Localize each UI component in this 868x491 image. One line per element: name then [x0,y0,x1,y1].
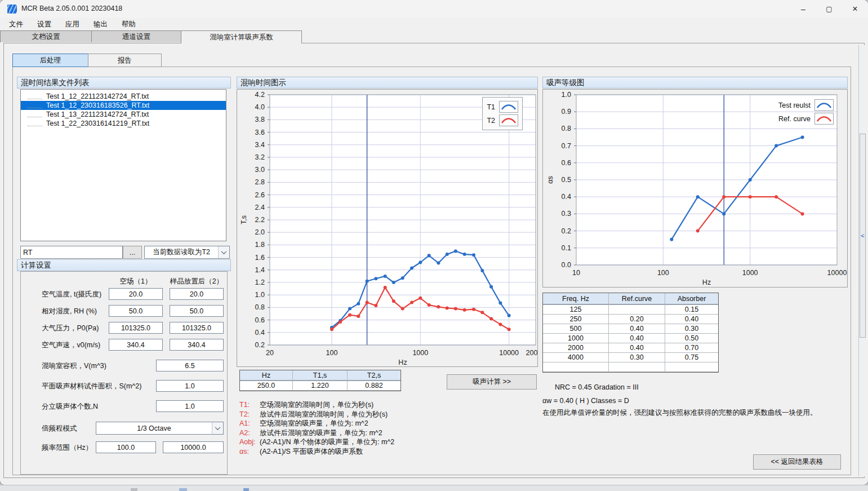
app-icon [7,5,17,14]
collapse-left-icon: < [861,232,864,239]
data-mode-dropdown[interactable]: 当前数据读取为T2 [144,246,230,259]
svg-text:2.2: 2.2 [255,216,265,224]
window-title: MCR Beta 2.05.0.001 20230418 [21,5,122,12]
absorber-col-abs: Absorber [665,293,718,305]
chevron-down-icon[interactable] [212,422,223,434]
grade-chart-box: 0.00.10.20.30.40.50.60.70.80.91.01010010… [542,89,848,287]
cell-abs: 0.50 [665,334,718,343]
absorber-col-ref: Ref.curve [609,293,665,305]
cell-freq: 500 [543,324,609,334]
humidity-field-1[interactable] [109,305,163,317]
rt-chart[interactable]: 0.20.40.60.81.01.21.41.61.82.02.22.42.62… [237,90,537,366]
subtab-report[interactable]: 报告 [88,54,162,67]
sound-speed-field-1[interactable] [109,339,163,351]
alphaw-result: αw = 0.40 ( H ) Classes = D [542,397,629,405]
tree-branch-icon [28,103,42,108]
svg-text:3.8: 3.8 [255,116,265,123]
calc-settings-header: 计算设置 [17,259,231,271]
svg-text:1000: 1000 [742,269,758,277]
svg-text:0.1: 0.1 [562,244,571,252]
ann-text-t2: 放试件后混响室的混响时间，单位为秒(s) [260,410,388,419]
octave-mode-dropdown[interactable]: 1/3 Octave [96,422,224,435]
cursor-col-hz: Hz [240,370,293,381]
sample-area-field[interactable] [156,380,224,392]
title-bar: MCR Beta 2.05.0.001 20230418 – ▢ × [0,0,868,18]
svg-text:0.9: 0.9 [562,108,571,116]
cursor-col-t2: T2,s [348,370,400,381]
menu-file[interactable]: 文件 [7,19,25,30]
air-temp-field-1[interactable] [109,288,163,300]
pressure-field-2[interactable] [170,322,224,334]
freq-max-field[interactable] [163,441,224,453]
svg-text:T,s: T,s [240,215,248,224]
absorption-calc-button[interactable]: 吸声计算 >> [447,374,537,390]
close-button[interactable]: × [842,0,868,18]
menu-output[interactable]: 输出 [91,19,110,30]
single-value-note: 在使用此单值评价量的时候，强烈建议与按照标准获得的完整的吸声系数曲线一块使用。 [542,408,817,418]
svg-text:0.8: 0.8 [255,303,265,311]
subtab-postprocess[interactable]: 后处理 [12,54,88,67]
svg-text:3.2: 3.2 [255,153,265,161]
tab-channel-settings[interactable]: 通道设置 [91,30,181,42]
minimize-button[interactable]: – [790,0,816,18]
freq-min-field[interactable] [96,441,156,453]
svg-text:0.4: 0.4 [562,193,571,201]
absorber-count-field[interactable] [156,400,224,412]
file-list-item-selected[interactable]: Test 1_12_230316183526_RT.txt [21,101,226,110]
label-octave-mode: 倍频程模式 [42,424,77,434]
cursor-t1-value: 1.220 [293,381,348,391]
cell-ref: 0.30 [609,353,665,362]
rt-chart-header: 混响时间图示 [237,77,538,89]
ann-text-aobj: (A2-A1)/N 单个物体的吸声量，单位为: m^2 [260,437,394,447]
label-sample-area: 平面吸声材料试件面积，S(m^2) [42,382,141,391]
ann-text-a2: 放试件后混响室的吸声量，单位为: m^2 [260,428,382,438]
room-volume-field[interactable] [156,360,224,371]
cell-ref: 0.40 [609,324,665,334]
column-header-empty-room: 空场（1） [109,277,163,286]
svg-text:1000: 1000 [412,349,428,357]
menu-settings[interactable]: 设置 [35,19,54,30]
svg-text:10: 10 [572,269,580,277]
menu-help[interactable]: 帮助 [119,19,138,30]
screen: MCR Beta 2.05.0.001 20230418 – ▢ × 文件 设置… [0,0,868,491]
file-list-item[interactable]: Test 1_12_221123142724_RT.txt [21,92,226,101]
svg-text:2.6: 2.6 [255,191,265,199]
label-absorber-count: 分立吸声体个数,N [42,402,98,412]
ann-text-as: (A2-A1)/S 平面吸声体的吸声系数 [260,447,363,457]
ann-label-as: αs: [239,447,260,457]
browse-button[interactable]: ... [123,246,142,259]
cell-freq: 4000 [543,353,609,362]
air-temp-field-2[interactable] [170,288,224,300]
ann-label-aobj: Aobj: [239,437,260,447]
svg-text:100: 100 [657,269,669,277]
cell-abs: 0.75 [665,353,718,362]
rt-chart-legend: T1T2 [482,97,523,130]
ann-label-t2: T2: [239,410,260,419]
svg-text:1.8: 1.8 [255,241,265,249]
file-list-item[interactable]: Test 1_13_221123142724_RT.txt [21,110,226,119]
svg-text:2.8: 2.8 [255,178,265,186]
humidity-field-2[interactable] [170,305,224,317]
sound-speed-field-2[interactable] [170,339,224,351]
tab-reverb-absorption[interactable]: 混响室计算吸声系数 [181,30,302,43]
pressure-field-1[interactable] [109,322,163,334]
nrc-result: NRC = 0.45 Gradation = III [555,383,639,391]
cell-abs [665,362,718,372]
cell-ref [609,305,665,315]
svg-text:2.0: 2.0 [255,228,265,236]
rt-name-input[interactable] [20,246,123,259]
svg-text:4.2: 4.2 [255,91,265,99]
tab-document-settings[interactable]: 文档设置 [0,30,92,42]
cell-abs: 0.40 [665,315,718,324]
return-results-button[interactable]: << 返回结果表格 [753,454,841,470]
maximize-button[interactable]: ▢ [816,0,842,18]
file-list-item[interactable]: Test 1_22_230316141219_RT.txt [21,119,226,128]
splitter-collapse-handle[interactable]: < [860,134,866,338]
chevron-down-icon[interactable] [218,246,229,258]
cell-freq [543,362,609,372]
menu-apply[interactable]: 应用 [63,19,82,30]
svg-text:3.4: 3.4 [255,141,265,149]
cursor-readout-table: Hz T1,s T2,s 250.0 1.220 0.882 [239,370,401,391]
svg-text:0.3: 0.3 [562,210,571,218]
svg-text:1.0: 1.0 [562,91,571,99]
